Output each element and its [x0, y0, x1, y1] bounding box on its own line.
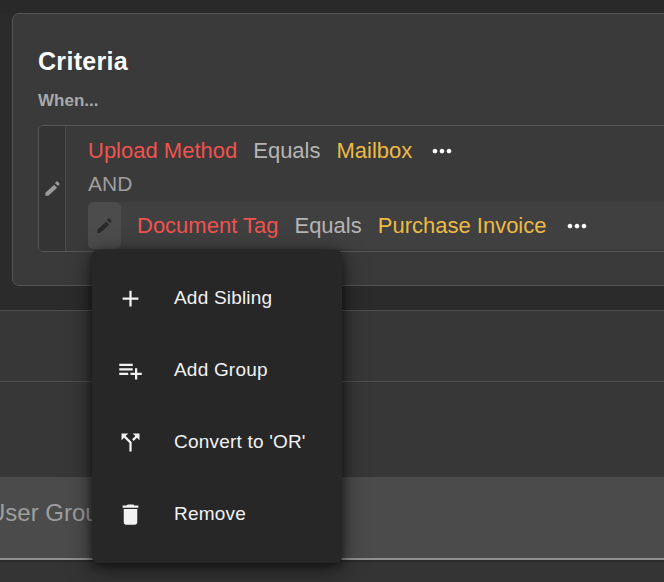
condition-value[interactable]: Purchase Invoice	[378, 213, 547, 239]
condition-row-selected: Document Tag Equals Purchase Invoice	[88, 202, 664, 249]
condition-edit-handle[interactable]	[88, 202, 121, 249]
group-content: Upload Method Equals Mailbox AND Documen…	[66, 126, 664, 251]
call-split-icon	[117, 429, 144, 456]
edit-pencil-icon	[95, 216, 114, 235]
condition-field[interactable]: Document Tag	[137, 213, 278, 239]
menu-item-label: Add Group	[174, 359, 268, 381]
condition-more-button[interactable]	[428, 137, 456, 165]
condition-field[interactable]: Upload Method	[88, 138, 237, 164]
more-horiz-icon	[428, 137, 456, 165]
playlist-add-icon	[117, 357, 144, 384]
menu-item-label: Convert to 'OR'	[174, 431, 306, 453]
condition-operator[interactable]: Equals	[253, 138, 320, 164]
condition-row: Upload Method Equals Mailbox	[88, 135, 664, 167]
group-operator-label: AND	[88, 172, 664, 196]
condition-context-menu: Add Sibling Add Group Convert to 'OR' Re…	[92, 250, 342, 563]
when-label: When...	[38, 91, 664, 110]
menu-item-label: Add Sibling	[174, 287, 272, 309]
menu-item-remove[interactable]: Remove	[92, 478, 342, 550]
plus-icon	[117, 285, 144, 312]
menu-item-label: Remove	[174, 503, 246, 525]
page-title: Criteria	[38, 47, 664, 75]
more-horiz-icon	[563, 212, 591, 240]
condition-operator[interactable]: Equals	[294, 213, 361, 239]
criteria-group: Upload Method Equals Mailbox AND Documen…	[38, 125, 664, 252]
trash-icon	[117, 501, 144, 528]
condition-value[interactable]: Mailbox	[337, 138, 413, 164]
condition-more-button[interactable]	[563, 212, 591, 240]
group-edit-handle[interactable]	[39, 126, 66, 251]
edit-pencil-icon	[43, 179, 62, 198]
menu-item-convert-to-or[interactable]: Convert to 'OR'	[92, 406, 342, 478]
menu-item-add-sibling[interactable]: Add Sibling	[92, 262, 342, 334]
menu-item-add-group[interactable]: Add Group	[92, 334, 342, 406]
table-row	[0, 562, 664, 582]
criteria-panel: Criteria When... Upload Method Equals Ma…	[12, 13, 664, 286]
